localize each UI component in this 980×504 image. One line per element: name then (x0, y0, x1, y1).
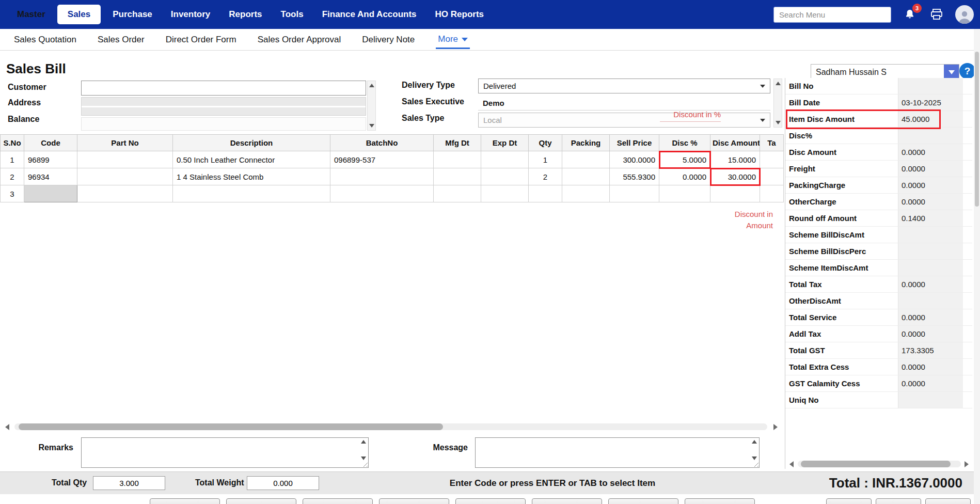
grid-cell[interactable]: 5.0000 (659, 151, 710, 168)
scroll-right-arrow-icon[interactable] (962, 460, 971, 468)
grid-cell[interactable]: 300.0000 (610, 151, 659, 168)
grid-cell[interactable] (173, 185, 330, 202)
grid-cell[interactable] (529, 185, 562, 202)
search-input[interactable] (773, 7, 891, 23)
user-avatar[interactable] (955, 5, 974, 24)
grid-cell[interactable] (434, 151, 481, 168)
action-button[interactable] (685, 498, 755, 504)
grid-cell[interactable]: 2 (529, 168, 562, 185)
action-button[interactable] (379, 498, 449, 504)
sales-type-select[interactable]: Local (478, 113, 770, 128)
nav-item-sales[interactable]: Sales (57, 5, 101, 24)
action-button[interactable] (455, 498, 526, 504)
grid-cell[interactable] (77, 151, 173, 168)
subnav-item-more[interactable]: More (436, 30, 470, 49)
grid-horizontal-scrollbar[interactable] (0, 422, 783, 431)
grid-cell[interactable]: 1 (1, 151, 24, 168)
grid-cell[interactable] (434, 185, 481, 202)
grid-cell[interactable] (481, 185, 529, 202)
grid-cell[interactable]: 1 (529, 151, 562, 168)
grid-cell[interactable]: 0.0000 (659, 168, 710, 185)
scroll-down-arrow-icon[interactable] (776, 121, 781, 124)
notifications-button[interactable]: 3 (902, 6, 918, 23)
action-button[interactable] (925, 498, 971, 504)
scroll-up-arrow-icon[interactable] (369, 84, 374, 87)
nav-item-ho-reports[interactable]: HO Reports (429, 4, 491, 25)
sales-executive-field[interactable]: Demo (478, 96, 770, 111)
grid-cell[interactable] (330, 168, 434, 185)
scroll-up-arrow-icon[interactable] (361, 440, 366, 444)
subnav-item-sales-quotation[interactable]: Sales Quotation (14, 35, 76, 45)
grid-cell[interactable]: 30.0000 (710, 168, 760, 185)
grid-cell[interactable] (562, 185, 610, 202)
action-button[interactable] (608, 498, 678, 504)
subnav-item-sales-order-approval[interactable]: Sales Order Approval (258, 35, 341, 45)
scrollbar-thumb[interactable] (801, 461, 951, 467)
scroll-down-arrow-icon[interactable] (361, 456, 366, 460)
scroll-down-arrow-icon[interactable] (752, 456, 757, 460)
grid-cell[interactable]: 1 4 Stainless Steel Comb (173, 168, 330, 185)
help-icon[interactable]: ? (959, 63, 975, 79)
grid-cell[interactable] (760, 185, 784, 202)
nav-item-purchase[interactable]: Purchase (106, 4, 159, 25)
grid-cell[interactable] (760, 168, 784, 185)
grid-cell[interactable] (77, 185, 173, 202)
nav-item-master[interactable]: Master (10, 4, 52, 25)
scrollbar-thumb[interactable] (19, 423, 443, 430)
grid-cell[interactable]: 2 (1, 168, 24, 185)
scrollbar-thumb[interactable] (975, 52, 979, 207)
select-dropdown-button[interactable] (944, 65, 959, 80)
grid-cell[interactable] (610, 185, 659, 202)
page-vertical-scrollbar[interactable] (974, 29, 980, 504)
scrollbar-track[interactable] (14, 423, 767, 430)
print-button[interactable] (928, 6, 945, 23)
action-button[interactable] (226, 498, 296, 504)
scroll-up-arrow-icon[interactable] (752, 440, 757, 444)
scrollbar-track[interactable] (798, 461, 961, 467)
grid-cell[interactable] (710, 185, 760, 202)
total-weight-input[interactable] (247, 476, 319, 490)
customer-block-scrollbar[interactable] (367, 81, 376, 131)
grid-cell[interactable] (481, 168, 529, 185)
action-button[interactable] (532, 498, 602, 504)
customer-input[interactable] (81, 81, 366, 96)
grid-cell[interactable]: 0.50 Inch Leather Connector (173, 151, 330, 168)
subnav-item-direct-order-form[interactable]: Direct Order Form (166, 35, 236, 45)
grid-cell[interactable]: 555.9300 (610, 168, 659, 185)
grid-cell[interactable]: 96899 (24, 151, 77, 168)
subnav-item-delivery-note[interactable]: Delivery Note (362, 35, 415, 45)
nav-item-inventory[interactable]: Inventory (164, 4, 217, 25)
remarks-textarea[interactable] (82, 438, 368, 467)
scroll-left-arrow-icon[interactable] (787, 460, 796, 468)
grid-cell[interactable] (77, 168, 173, 185)
grid-cell[interactable] (562, 151, 610, 168)
total-qty-input[interactable] (93, 476, 165, 490)
grid-cell[interactable] (760, 151, 784, 168)
scroll-right-arrow-icon[interactable] (771, 423, 780, 431)
action-button[interactable] (876, 498, 921, 504)
action-button[interactable] (826, 498, 872, 504)
form-block-scrollbar[interactable] (773, 78, 782, 128)
message-textarea[interactable] (476, 438, 759, 467)
action-button[interactable] (150, 498, 220, 504)
panel-horizontal-scrollbar[interactable] (785, 460, 973, 468)
nav-item-finance-and-accounts[interactable]: Finance And Accounts (315, 4, 423, 25)
grid-cell[interactable]: 3 (1, 185, 24, 202)
nav-item-tools[interactable]: Tools (274, 4, 310, 25)
scroll-up-arrow-icon[interactable] (776, 82, 781, 85)
subnav-item-sales-order[interactable]: Sales Order (98, 35, 145, 45)
grid-cell[interactable] (434, 168, 481, 185)
grid-cell[interactable]: 096899-537 (330, 151, 434, 168)
grid-cell[interactable]: 96934 (24, 168, 77, 185)
nav-item-reports[interactable]: Reports (222, 4, 268, 25)
scroll-down-arrow-icon[interactable] (369, 124, 374, 128)
grid-cell[interactable] (330, 185, 434, 202)
action-button[interactable] (303, 498, 373, 504)
grid-cell[interactable]: 15.0000 (710, 151, 760, 168)
grid-cell[interactable] (562, 168, 610, 185)
scroll-left-arrow-icon[interactable] (3, 423, 11, 431)
grid-cell[interactable] (481, 151, 529, 168)
grid-cell[interactable] (24, 185, 77, 202)
delivery-type-select[interactable]: Delivered (478, 78, 770, 93)
grid-cell[interactable] (659, 185, 710, 202)
